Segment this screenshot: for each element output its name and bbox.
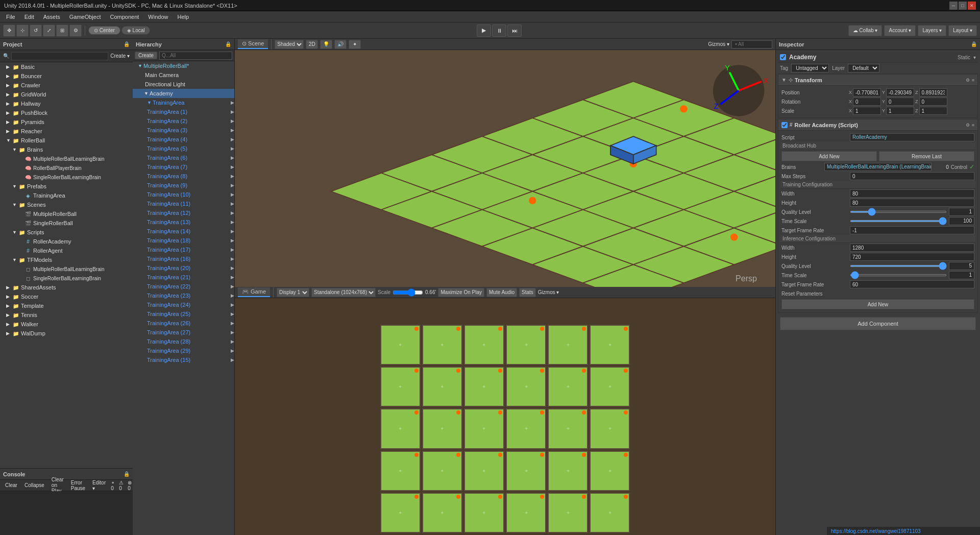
position-z-input[interactable] bbox=[919, 88, 947, 96]
tree-item-walker[interactable]: ▶ 📁 Walker bbox=[0, 320, 133, 329]
inf-quality-slider[interactable] bbox=[850, 265, 947, 267]
tree-item-template[interactable]: ▶ 📁 Template bbox=[0, 301, 133, 310]
menu-edit[interactable]: Edit bbox=[20, 13, 38, 21]
hierarchy-item-ta27[interactable]: TrainingArea (28) ▶ bbox=[133, 337, 234, 346]
hierarchy-item-ta8[interactable]: TrainingArea (7) ▶ bbox=[133, 162, 234, 172]
hierarchy-tab[interactable]: Hierarchy bbox=[136, 41, 225, 47]
tree-item-tf2[interactable]: ◻ SingleRollerBallLearningBrain bbox=[0, 274, 133, 283]
tree-item-hallway[interactable]: ▶ 📁 Hallway bbox=[0, 99, 133, 108]
menu-help[interactable]: Help bbox=[173, 13, 193, 21]
scene-3d-viewport[interactable]: X Y Z Persp bbox=[235, 50, 775, 287]
hierarchy-item-ta24[interactable]: TrainingArea (25) ▶ bbox=[133, 309, 234, 319]
tree-item-bouncer[interactable]: ▶ 📁 Bouncer bbox=[0, 71, 133, 81]
pause-button[interactable]: ⏸ bbox=[492, 25, 506, 37]
hierarchy-item-ta21[interactable]: TrainingArea (22) ▶ bbox=[133, 282, 234, 291]
game-tab[interactable]: 🎮 Game bbox=[238, 287, 270, 297]
tree-item-gridworld[interactable]: ▶ 📁 GridWorld bbox=[0, 90, 133, 99]
hierarchy-item-ta12[interactable]: TrainingArea (11) ▶ bbox=[133, 199, 234, 208]
add-new-button[interactable]: Add New bbox=[781, 151, 877, 161]
rotation-y-input[interactable] bbox=[886, 98, 914, 106]
mute-audio-button[interactable]: Mute Audio bbox=[486, 288, 517, 297]
console-editor-button[interactable]: Editor ▾ bbox=[90, 479, 108, 492]
game-resolution-select[interactable]: Standalone (1024x768) bbox=[311, 288, 376, 297]
close-button[interactable]: ✕ bbox=[968, 2, 976, 10]
inspector-lock-icon[interactable]: 🔒 bbox=[971, 41, 977, 47]
menu-file[interactable]: File bbox=[2, 13, 19, 21]
tree-item-pushblock[interactable]: ▶ 📁 PushBlock bbox=[0, 108, 133, 117]
hierarchy-item-ta18[interactable]: TrainingArea (16) ▶ bbox=[133, 254, 234, 263]
transform-menu-icon[interactable]: ≡ bbox=[972, 78, 974, 83]
hierarchy-item-ta2[interactable]: TrainingArea (1) ▶ bbox=[133, 107, 234, 116]
console-lock-icon[interactable]: 🔒 bbox=[124, 471, 130, 477]
game-display-select[interactable]: Display 1 bbox=[277, 288, 309, 297]
hierarchy-item-ta28[interactable]: TrainingArea (29) ▶ bbox=[133, 346, 234, 355]
reset-params-add-new-button[interactable]: Add New bbox=[781, 299, 974, 309]
create-label[interactable]: Create ▾ bbox=[110, 53, 130, 59]
inf-timescale-slider[interactable] bbox=[850, 274, 947, 276]
layer-select[interactable]: Default bbox=[848, 64, 879, 72]
hierarchy-item-ta6[interactable]: TrainingArea (5) ▶ bbox=[133, 144, 234, 153]
rect-tool[interactable]: ⊞ bbox=[56, 25, 68, 37]
hierarchy-item-ta25[interactable]: TrainingArea (26) ▶ bbox=[133, 319, 234, 328]
hierarchy-item-ta20[interactable]: TrainingArea (21) ▶ bbox=[133, 273, 234, 282]
train-height-input[interactable] bbox=[850, 199, 974, 207]
hierarchy-item-ta23[interactable]: TrainingArea (24) ▶ bbox=[133, 300, 234, 309]
train-timescale-slider[interactable] bbox=[850, 220, 947, 222]
tree-item-singlerollerball[interactable]: 🎬 SingleRollerBall bbox=[0, 218, 133, 228]
tree-item-scripts[interactable]: ▼ 📁 Scripts bbox=[0, 228, 133, 237]
rotate-tool[interactable]: ↺ bbox=[30, 25, 42, 37]
tree-item-waldump[interactable]: ▶ 📁 WalDump bbox=[0, 329, 133, 338]
tree-item-basic[interactable]: ▶ 📁 Basic bbox=[0, 62, 133, 71]
hand-tool[interactable]: ✥ bbox=[3, 25, 15, 37]
tree-item-trainingarea[interactable]: ◈ TrainingArea bbox=[0, 191, 133, 200]
scene-search-input[interactable] bbox=[731, 40, 772, 48]
game-scale-slider[interactable] bbox=[393, 288, 423, 297]
hierarchy-item-ta15[interactable]: TrainingArea (14) ▶ bbox=[133, 227, 234, 236]
max-steps-input[interactable] bbox=[850, 172, 974, 180]
scene-fx-button[interactable]: ✦ bbox=[349, 40, 361, 49]
move-tool[interactable]: ⊹ bbox=[16, 25, 29, 37]
scene-2d-button[interactable]: 2D bbox=[306, 40, 318, 49]
hierarchy-item-ta14[interactable]: TrainingArea (13) ▶ bbox=[133, 217, 234, 227]
hierarchy-create-button[interactable]: Create bbox=[135, 52, 157, 59]
hierarchy-item-ta10[interactable]: TrainingArea (9) ▶ bbox=[133, 181, 234, 190]
rotation-z-input[interactable] bbox=[919, 98, 947, 106]
hierarchy-item-academy[interactable]: ▼ Academy bbox=[133, 89, 234, 98]
hierarchy-item-root[interactable]: ▼ MultipleRollerBall* bbox=[133, 61, 234, 70]
tree-item-sharedassets[interactable]: ▶ 📁 SharedAssets bbox=[0, 283, 133, 292]
tree-item-brain2[interactable]: 🧠 RollerBallPlayerBrain bbox=[0, 163, 133, 173]
control-check[interactable]: ✓ bbox=[969, 163, 974, 171]
play-button[interactable]: ▶ bbox=[477, 25, 491, 37]
script-value[interactable]: RollerAcademy bbox=[850, 133, 974, 141]
rotation-x-input[interactable] bbox=[853, 98, 881, 106]
hierarchy-item-ta17[interactable]: TrainingArea (17) ▶ bbox=[133, 245, 234, 254]
gizmos-label[interactable]: Gizmos ▾ bbox=[708, 41, 729, 47]
scene-audio-button[interactable]: 🔊 bbox=[334, 40, 347, 49]
hierarchy-item-ta9[interactable]: TrainingArea (8) ▶ bbox=[133, 172, 234, 181]
hierarchy-scroll[interactable]: ▼ MultipleRollerBall* Main Camera Direct… bbox=[133, 61, 234, 364]
roller-academy-menu-icon[interactable]: ≡ bbox=[972, 123, 974, 128]
remove-last-button[interactable]: Remove Last bbox=[879, 151, 974, 161]
static-dropdown-icon[interactable]: ▾ bbox=[973, 55, 976, 60]
menu-assets[interactable]: Assets bbox=[39, 13, 64, 21]
hierarchy-item-ta11[interactable]: TrainingArea (10) ▶ bbox=[133, 190, 234, 199]
transform-component-header[interactable]: ▼ ⊹ Transform ⚙ ≡ bbox=[778, 75, 977, 86]
inf-framerate-input[interactable] bbox=[850, 280, 974, 288]
tree-item-crawler[interactable]: ▶ 📁 Crawler bbox=[0, 81, 133, 90]
tree-item-rolleracademy[interactable]: # RollerAcademy bbox=[0, 237, 133, 246]
transform-options-icon[interactable]: ⚙ bbox=[966, 78, 970, 83]
project-lock-icon[interactable]: 🔒 bbox=[124, 41, 130, 47]
stats-button[interactable]: Stats bbox=[519, 288, 536, 297]
scene-tab[interactable]: ⊙ Scene bbox=[238, 39, 268, 49]
hierarchy-item-light[interactable]: Directional Light bbox=[133, 80, 234, 89]
roller-academy-header[interactable]: # Roller Academy (Script) ⚙ ≡ bbox=[778, 119, 977, 131]
tag-select[interactable]: Untagged bbox=[791, 64, 829, 72]
transform-all-tool[interactable]: ⚙ bbox=[69, 25, 82, 37]
scene-light-button[interactable]: 💡 bbox=[320, 40, 332, 49]
console-error-pause-button[interactable]: Error Pause bbox=[69, 479, 87, 492]
tree-item-tf1[interactable]: ◻ MultipleRollerBallLearningBrain bbox=[0, 264, 133, 274]
tree-item-soccer[interactable]: ▶ 📁 Soccer bbox=[0, 292, 133, 301]
train-quality-slider[interactable] bbox=[850, 211, 947, 213]
step-button[interactable]: ⏭ bbox=[507, 25, 522, 37]
hierarchy-item-camera[interactable]: Main Camera bbox=[133, 70, 234, 80]
